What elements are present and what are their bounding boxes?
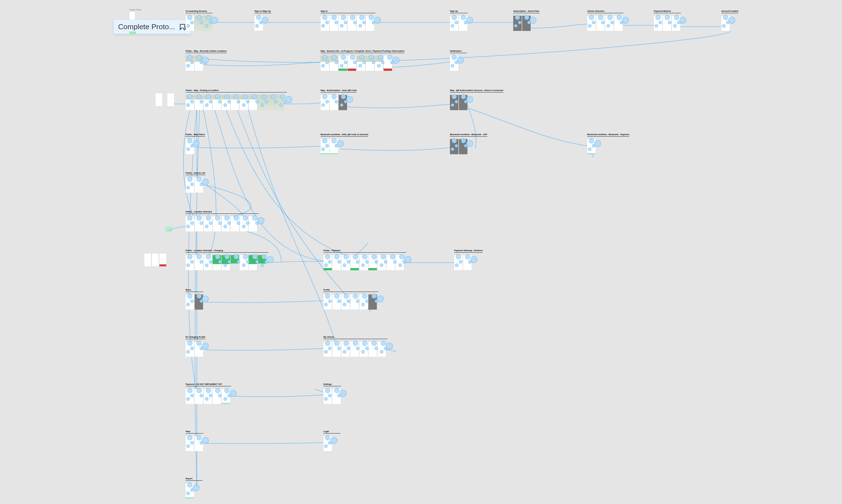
app-frame[interactable] <box>222 95 230 110</box>
figma-canvas[interactable]: Frame Sizes Complete Proto... <box>0 0 842 504</box>
app-frame[interactable] <box>186 294 194 310</box>
app-frame[interactable] <box>450 139 459 154</box>
app-frame[interactable] <box>332 342 341 357</box>
app-frame[interactable] <box>366 16 374 31</box>
app-frame[interactable] <box>195 178 203 193</box>
app-frame[interactable] <box>204 216 212 232</box>
app-frame[interactable] <box>186 16 194 31</box>
app-frame[interactable] <box>195 95 203 110</box>
app-frame[interactable] <box>348 56 356 71</box>
app-frame[interactable] <box>341 342 350 357</box>
app-frame[interactable] <box>357 56 365 71</box>
app-frame[interactable] <box>186 216 194 232</box>
app-frame[interactable] <box>654 16 662 31</box>
app-frame[interactable] <box>323 294 332 310</box>
app-frame[interactable] <box>186 178 194 193</box>
app-frame[interactable] <box>195 342 203 357</box>
app-frame[interactable] <box>339 56 347 71</box>
app-frame[interactable] <box>267 95 275 110</box>
app-frame[interactable] <box>587 139 596 154</box>
app-frame[interactable] <box>204 389 212 404</box>
app-frame[interactable] <box>204 95 212 110</box>
app-frame[interactable] <box>450 56 459 71</box>
app-frame[interactable] <box>156 93 162 106</box>
app-frame[interactable] <box>186 483 194 498</box>
app-frame[interactable] <box>195 294 203 310</box>
app-frame[interactable] <box>186 139 194 154</box>
app-frame[interactable] <box>339 16 347 31</box>
app-frame[interactable] <box>350 294 359 310</box>
app-frame[interactable] <box>321 139 329 154</box>
app-frame[interactable] <box>359 294 368 310</box>
app-frame[interactable] <box>212 95 221 110</box>
app-frame[interactable] <box>212 389 221 404</box>
app-frame[interactable] <box>186 389 194 404</box>
app-frame[interactable] <box>450 95 459 110</box>
app-frame[interactable] <box>450 16 459 31</box>
app-frame[interactable] <box>368 294 377 310</box>
app-frame[interactable] <box>323 436 332 451</box>
app-frame[interactable] <box>368 342 377 357</box>
app-frame[interactable] <box>341 255 350 270</box>
app-frame[interactable] <box>195 436 203 451</box>
app-frame[interactable] <box>330 139 338 154</box>
app-frame[interactable] <box>357 16 365 31</box>
app-frame[interactable] <box>332 294 341 310</box>
app-frame[interactable] <box>386 255 395 270</box>
app-frame[interactable] <box>323 255 332 270</box>
app-frame[interactable] <box>195 16 203 31</box>
annotation-sticky[interactable] <box>165 227 172 232</box>
app-frame[interactable] <box>323 342 332 357</box>
app-frame[interactable] <box>330 16 338 31</box>
app-frame[interactable] <box>212 216 221 232</box>
app-frame[interactable] <box>330 95 338 110</box>
app-frame[interactable] <box>459 16 467 31</box>
app-frame[interactable] <box>375 56 383 71</box>
app-frame[interactable] <box>587 16 596 31</box>
app-frame[interactable] <box>240 95 248 110</box>
app-frame[interactable] <box>230 255 239 270</box>
app-frame[interactable] <box>459 139 467 154</box>
app-frame[interactable] <box>195 389 203 404</box>
app-frame[interactable] <box>332 389 341 404</box>
app-frame[interactable] <box>368 255 377 270</box>
app-frame[interactable] <box>230 95 239 110</box>
app-frame[interactable] <box>459 95 467 110</box>
app-frame[interactable] <box>195 216 203 232</box>
app-frame[interactable] <box>377 342 386 357</box>
flow-starting-point-pill[interactable]: Complete Proto... <box>114 20 191 34</box>
app-frame[interactable] <box>204 16 212 31</box>
app-frame[interactable] <box>195 255 203 270</box>
app-frame[interactable] <box>359 342 368 357</box>
app-frame[interactable] <box>258 255 266 270</box>
app-frame[interactable] <box>323 389 332 404</box>
app-frame[interactable] <box>350 255 359 270</box>
app-frame[interactable] <box>348 16 356 31</box>
app-frame[interactable] <box>212 255 221 270</box>
app-frame[interactable] <box>276 95 284 110</box>
app-frame[interactable] <box>332 255 341 270</box>
app-frame[interactable] <box>377 255 386 270</box>
app-frame[interactable] <box>186 255 194 270</box>
app-frame[interactable] <box>186 342 194 357</box>
app-frame[interactable] <box>513 16 522 31</box>
app-frame[interactable] <box>321 95 329 110</box>
app-frame[interactable] <box>167 93 174 106</box>
app-frame[interactable] <box>672 16 680 31</box>
app-frame[interactable] <box>240 255 248 270</box>
app-frame[interactable] <box>195 56 203 71</box>
app-frame[interactable] <box>321 56 329 71</box>
app-frame[interactable] <box>230 216 239 232</box>
app-frame[interactable] <box>240 216 248 232</box>
app-frame[interactable] <box>366 56 374 71</box>
app-frame[interactable] <box>248 95 257 110</box>
app-frame[interactable] <box>605 16 614 31</box>
app-frame[interactable] <box>350 342 359 357</box>
app-frame[interactable] <box>258 95 266 110</box>
app-frame[interactable] <box>721 16 730 31</box>
app-frame[interactable] <box>614 16 623 31</box>
app-frame[interactable] <box>395 255 404 270</box>
app-frame[interactable] <box>596 16 605 31</box>
app-frame[interactable] <box>186 56 194 71</box>
app-frame[interactable] <box>663 16 671 31</box>
